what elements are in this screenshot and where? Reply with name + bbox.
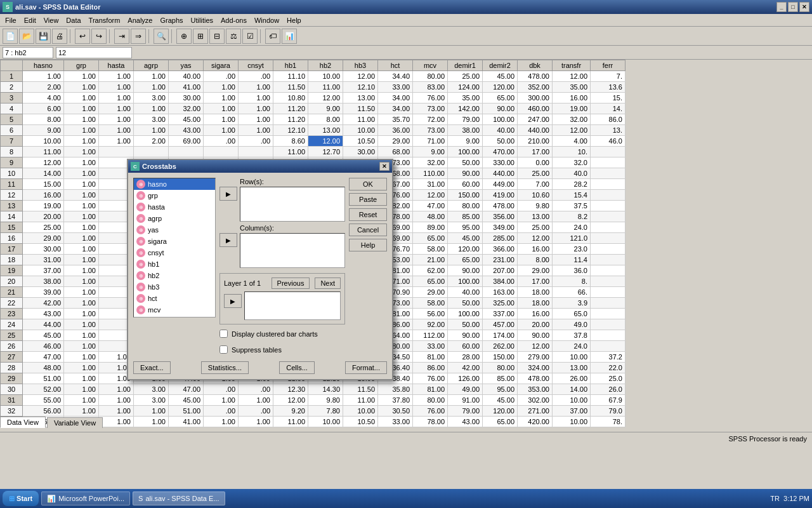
var-list-label: hasno <box>148 180 167 188</box>
var-list-label: hb1 <box>148 260 159 268</box>
cells-button[interactable]: Cells... <box>279 361 315 374</box>
variable-list[interactable]: ⊕hasno⊕grp⊕hasta⊕agrp⊕yas⊕sigara⊕cnsyt⊕h… <box>133 178 216 318</box>
dialog-icon: C <box>131 162 140 171</box>
layer-label: Layer 1 of 1 <box>224 279 261 287</box>
reset-button[interactable]: Reset <box>349 208 387 221</box>
variable-icon: ⊕ <box>136 248 145 257</box>
variable-icon: ⊕ <box>136 225 145 234</box>
dialog-actions: Exact... Statistics... Cells... Format..… <box>133 361 387 374</box>
taskbar-spss[interactable]: S ali.sav - SPSS Data E... <box>133 491 225 505</box>
paste-button[interactable]: Paste <box>349 193 387 206</box>
variable-icon: ⊕ <box>136 203 145 211</box>
spss-taskbar-label: ali.sav - SPSS Data E... <box>145 495 219 502</box>
spss-taskbar-icon: S <box>138 495 143 502</box>
variable-icon: ⊕ <box>136 191 145 200</box>
clustered-bar-charts-row: Display clustered bar charts <box>219 330 345 338</box>
taskbar-language: TR <box>770 495 780 502</box>
var-list-item-sigara[interactable]: ⊕sigara <box>134 236 215 247</box>
taskbar-powerpoi[interactable]: 📊 Microsoft PowerPoi... <box>41 491 130 505</box>
clustered-bar-charts-checkbox[interactable] <box>219 330 228 338</box>
var-list-label: mcv <box>148 306 160 314</box>
var-list-item-agrp[interactable]: ⊕agrp <box>134 213 215 224</box>
right-buttons: OK Paste Reset Cancel Help <box>349 178 387 356</box>
var-list-item-grp[interactable]: ⊕grp <box>134 190 215 201</box>
var-list-label: grp <box>148 192 158 199</box>
variable-icon: ⊕ <box>136 317 145 318</box>
var-list-item-mcv[interactable]: ⊕mcv <box>134 304 215 316</box>
var-list-label: agrp <box>148 215 162 222</box>
var-list-item-hasno[interactable]: ⊕hasno <box>134 178 215 190</box>
cancel-button[interactable]: Cancel <box>349 224 387 236</box>
var-list-item-hb1[interactable]: ⊕hb1 <box>134 258 215 270</box>
add-rows-button[interactable]: ▶ <box>219 187 237 201</box>
var-list-item-demir1[interactable]: ⊕demir1 <box>134 316 215 318</box>
taskbar-time: 3:12 PM <box>783 495 809 502</box>
previous-button[interactable]: Previous <box>272 277 310 289</box>
help-button[interactable]: Help <box>349 239 387 251</box>
variable-icon: ⊕ <box>136 260 145 269</box>
var-list-label: sigara <box>148 237 167 245</box>
var-list-label: hasta <box>148 203 165 211</box>
var-list-label: hb3 <box>148 283 159 291</box>
layer-drop-zone[interactable] <box>244 291 341 320</box>
crosstabs-dialog: C Crosstabs ✕ ⊕hasno⊕grp⊕hasta⊕agrp⊕yas⊕… <box>127 159 393 380</box>
var-list-item-hasta[interactable]: ⊕hasta <box>134 201 215 213</box>
var-list-label: hb2 <box>148 272 159 279</box>
var-list-label: hct <box>148 295 157 302</box>
start-label: Start <box>16 495 32 502</box>
add-columns-button[interactable]: ▶ <box>219 233 237 247</box>
columns-label: Column(s): <box>240 224 345 232</box>
rows-drop-zone[interactable] <box>240 187 345 222</box>
columns-drop-zone[interactable] <box>240 233 345 268</box>
dialog-body: ⊕hasno⊕grp⊕hasta⊕agrp⊕yas⊕sigara⊕cnsyt⊕h… <box>128 173 392 379</box>
suppress-tables-row: Suppress tables <box>219 345 345 354</box>
rows-label: Row(s): <box>240 178 345 185</box>
taskbar: ⊞ Start 📊 Microsoft PowerPoi... S ali.sa… <box>0 489 812 508</box>
suppress-tables-label: Suppress tables <box>232 346 282 354</box>
format-button[interactable]: Format... <box>345 361 387 374</box>
exact-button[interactable]: Exact... <box>133 361 171 374</box>
var-list-label: cnsyt <box>148 249 164 257</box>
var-list-item-hct[interactable]: ⊕hct <box>134 293 215 304</box>
var-list-item-hb2[interactable]: ⊕hb2 <box>134 270 215 281</box>
variable-icon: ⊕ <box>136 214 145 223</box>
variable-icon: ⊕ <box>136 271 145 280</box>
var-list-item-cnsyt[interactable]: ⊕cnsyt <box>134 247 215 258</box>
variable-icon: ⊕ <box>136 283 145 291</box>
start-button[interactable]: ⊞ Start <box>3 491 39 506</box>
powerpoi-icon: 📊 <box>47 495 56 503</box>
ok-button[interactable]: OK <box>349 178 387 190</box>
clustered-bar-charts-label: Display clustered bar charts <box>232 330 318 338</box>
dialog-title-text: Crosstabs <box>142 163 176 170</box>
variable-icon: ⊕ <box>136 237 145 246</box>
powerpoi-label: Microsoft PowerPoi... <box>58 495 124 502</box>
add-layer-button[interactable]: ▶ <box>224 294 242 308</box>
suppress-tables-checkbox[interactable] <box>219 345 228 354</box>
variable-icon: ⊕ <box>136 305 145 314</box>
variable-icon: ⊕ <box>136 294 145 303</box>
dialog-close-button[interactable]: ✕ <box>379 162 390 171</box>
dialog-overlay: C Crosstabs ✕ ⊕hasno⊕grp⊕hasta⊕agrp⊕yas⊕… <box>0 0 812 508</box>
layer-section: Layer 1 of 1 Previous Next ▶ <box>219 273 345 324</box>
statistics-button[interactable]: Statistics... <box>201 361 249 374</box>
next-button[interactable]: Next <box>315 277 341 289</box>
var-list-item-hb3[interactable]: ⊕hb3 <box>134 281 215 293</box>
dialog-title-bar: C Crosstabs ✕ <box>128 160 392 173</box>
var-list-item-yas[interactable]: ⊕yas <box>134 224 215 236</box>
variable-icon: ⊕ <box>136 180 145 189</box>
var-list-label: yas <box>148 226 159 234</box>
